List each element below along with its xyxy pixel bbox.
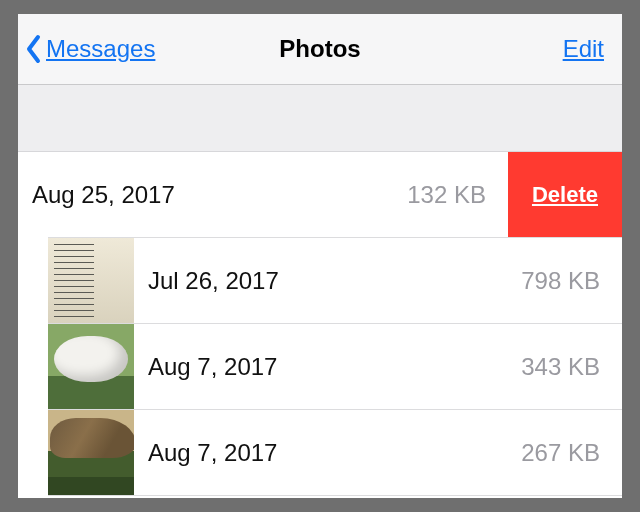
photo-list: Aug 25, 2017 132 KB Delete Jul 26, 2017 … [18, 152, 622, 496]
section-gap [18, 85, 622, 152]
navbar: Messages Photos Edit [18, 14, 622, 85]
list-item[interactable]: Aug 7, 2017 267 KB [18, 410, 622, 496]
photo-size: 343 KB [521, 353, 600, 381]
photo-date: Aug 7, 2017 [148, 439, 521, 467]
page-title-text: Photos [279, 35, 360, 63]
photo-date: Aug 25, 2017 [32, 181, 407, 209]
list-item[interactable]: Jul 26, 2017 798 KB [18, 238, 622, 324]
delete-button[interactable]: Delete [508, 152, 622, 238]
photos-screen: Messages Photos Edit Aug 25, 2017 132 KB… [18, 14, 622, 498]
photo-size: 267 KB [521, 439, 600, 467]
list-item[interactable]: Aug 25, 2017 132 KB Delete [18, 152, 622, 238]
back-label: Messages [46, 35, 155, 63]
back-button[interactable]: Messages [24, 14, 155, 84]
chevron-left-icon [24, 34, 44, 64]
row-separator [48, 495, 622, 496]
photo-date: Jul 26, 2017 [148, 267, 521, 295]
photo-date: Aug 7, 2017 [148, 353, 521, 381]
photo-size: 132 KB [407, 181, 486, 209]
photo-thumbnail [48, 410, 134, 496]
photo-thumbnail [48, 324, 134, 410]
photo-thumbnail [48, 238, 134, 324]
photo-size: 798 KB [521, 267, 600, 295]
edit-button[interactable]: Edit [563, 14, 604, 84]
list-item[interactable]: Aug 7, 2017 343 KB [18, 324, 622, 410]
